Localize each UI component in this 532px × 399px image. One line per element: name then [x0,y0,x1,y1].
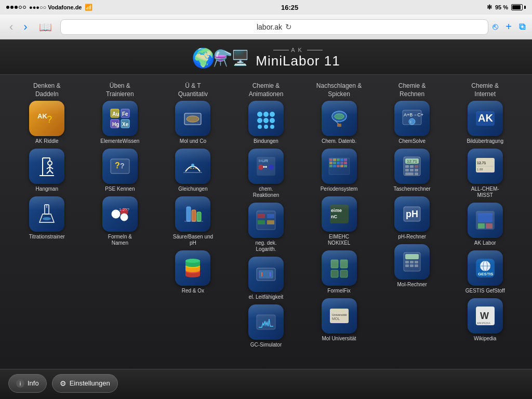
app-allchem[interactable]: 12.71 1.88 ALL-CHEM-MISST [462,149,509,198]
label-allchem: ALL-CHEM-MISST [464,186,506,198]
app-saeurebasen[interactable]: Säure/Basen und pH [169,196,216,246]
label-molundco: Mol und Co [180,138,206,144]
svg-text:?: ? [115,161,120,170]
icon-titration [29,196,64,232]
app-chemsolve[interactable]: A+B→C+D i ChemSolve [389,101,435,144]
app-elemente[interactable]: Au Fe Hg Xe ElementeWissen [97,101,143,144]
ak-line-right [307,50,323,50]
header-icons: 🌍 ⚗️ 🖥️ [192,47,249,69]
app-periodensystem[interactable]: Periodensystem [316,149,363,192]
carrier-name: ●●●○○ Vodafone.de [29,4,82,10]
app-eimehc[interactable]: ei me nC EIMEHC NOKIXEL [316,196,363,246]
app-moluni[interactable]: Universität MOL Mol Universität [316,298,363,342]
svg-text:pH: pH [406,209,418,219]
app-gc[interactable]: GC-Simulator [243,304,289,348]
label-riddle: AK Riddle [35,138,58,144]
category-grid: Denken &Daddeln AK ? AK Riddle [10,80,522,352]
url-bar[interactable]: labor.ak ↻ [60,19,489,35]
svg-point-50 [270,112,275,117]
icon-wikipedia: W WIKIPEDIA [468,298,503,334]
ak-line-left [273,50,289,50]
svg-point-48 [257,112,262,117]
bookmarks-button[interactable]: 📖 [35,20,56,34]
app-bindungen[interactable]: Bindungen [243,101,289,144]
icon-leitfaehigkeit [248,257,284,292]
svg-text:12.71: 12.71 [407,159,418,164]
battery-indicator [511,4,526,10]
icon-elemente: Au Fe Hg Xe [102,101,138,136]
label-periodensystem: Periodensystem [321,186,358,192]
app-molrechner[interactable]: Mol-Rechner [389,244,435,288]
svg-point-47 [185,259,200,263]
app-titration[interactable]: Titrationstrainer [23,196,70,240]
add-tab-icon[interactable]: + [506,21,512,33]
svg-text:GESTIS: GESTIS [478,272,494,276]
app-riddle[interactable]: AK ? AK Riddle [23,101,70,144]
app-pse[interactable]: ? ? PSE Kennen [97,149,143,192]
dot5 [23,6,26,9]
svg-line-11 [50,170,53,174]
cat-header-nachschlagen: Nachschlagen &Spicken [316,80,362,101]
svg-rect-128 [415,264,418,267]
icon-bindungen [248,101,284,136]
svg-rect-111 [405,165,409,168]
tabs-icon[interactable]: ⧉ [519,21,526,32]
app-bilduebertragung[interactable]: AK Bildübertragung [462,101,509,144]
app-formeln[interactable]: 1.2?? Formeln & Namen [97,196,143,246]
info-label: Info [28,379,39,387]
app-leitfaehigkeit[interactable]: el. Leitfähigkeit [243,257,289,300]
svg-point-54 [258,125,262,129]
app-molundco[interactable]: Mol und Co [169,101,216,144]
app-taschenrechner[interactable]: 12.71 Taschenrechner [389,149,435,192]
svg-rect-76 [337,124,341,127]
svg-point-6 [48,161,52,165]
svg-rect-67 [267,220,274,224]
app-gestis[interactable]: GESTIS GESTIS GefStoff [462,250,509,294]
wifi-icon: 📶 [85,4,92,11]
app-gleichungen[interactable]: Gleichungen [169,149,216,192]
app-redox[interactable]: Red & Ox [169,250,216,294]
app-aklabor[interactable]: AK Labor [462,203,509,246]
icon-moluni: Universität MOL [322,298,357,334]
nav-bar: ‹ › 📖 labor.ak ↻ ⎋ + ⧉ [0,15,532,39]
col-denken: Denken &Daddeln AK ? AK Riddle [10,80,84,352]
app-wikipedia[interactable]: W WIKIPEDIA Wikipedia [462,298,509,342]
app-hangman[interactable]: Hangman [23,149,70,192]
cat-header-quantitativ: Ü & TQuantitativ [178,80,208,101]
bottom-bar: i Info ⚙ Einstellungen [0,369,532,397]
icon-pse: ? ? [102,149,138,184]
back-button[interactable]: ‹ [6,19,16,35]
svg-rect-116 [415,169,418,171]
svg-point-55 [264,125,268,129]
icon-molrechner [394,244,430,280]
label-hangman: Hangman [36,186,58,192]
svg-text:1.2??: 1.2?? [119,207,130,212]
svg-point-52 [263,118,269,123]
ak-label: AK [291,47,305,53]
settings-button[interactable]: ⚙ Einstellungen [52,374,118,393]
label-logarith: neg. dek. Logarith. [245,240,287,252]
icon-saeurebasen [175,196,210,232]
svg-rect-12 [45,205,49,214]
app-logarith[interactable]: neg. dek. Logarith. [243,203,289,252]
app-formelfix[interactable]: FormelFix [316,250,363,294]
app-chemdatenb[interactable]: Chem. Datenb. [316,101,363,144]
url-text: labor.ak [257,23,282,31]
svg-point-14 [43,217,51,220]
svg-point-49 [263,112,269,117]
svg-rect-123 [405,261,409,263]
label-chemsolve: ChemSolve [398,138,425,144]
svg-rect-90 [337,165,340,167]
forward-button[interactable]: › [20,19,30,35]
svg-text:I=U/R: I=U/R [259,159,268,163]
app-phrechner[interactable]: pH pH-Rechner [389,196,435,240]
label-redox: Red & Ox [182,288,204,294]
svg-point-60 [269,165,274,170]
label-aklabor: AK Labor [474,240,496,246]
svg-rect-46 [185,261,200,265]
col-rechnen: Chemie &Rechnen A+B→C+D i ChemSolve [376,80,449,352]
app-reaktionen[interactable]: I=U/R • • chem. Reaktionen [243,149,289,198]
info-button[interactable]: i Info [8,374,47,393]
reload-button[interactable]: ↻ [285,22,292,32]
share-icon[interactable]: ⎋ [493,21,498,32]
